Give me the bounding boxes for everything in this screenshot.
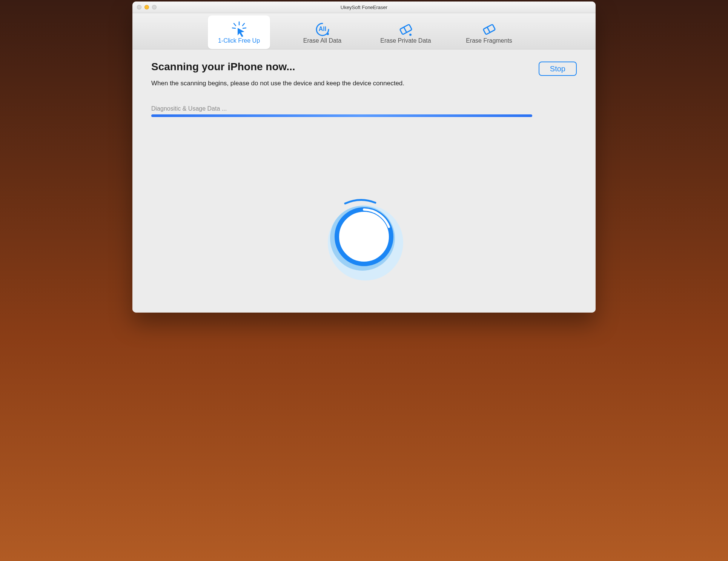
tab-1click-free-up[interactable]: 1-Click Free Up	[208, 15, 270, 49]
titlebar: UkeySoft FoneEraser	[132, 2, 596, 13]
content-area: Scanning your iPhone now... When the sca…	[132, 49, 596, 313]
progress-status-label: Diagnositic & Usage Data ...	[151, 105, 577, 112]
svg-line-2	[243, 23, 244, 26]
scanning-spinner	[319, 193, 409, 284]
svg-rect-10	[483, 24, 495, 34]
svg-text:All: All	[318, 26, 326, 32]
eraser-dot-icon	[397, 21, 415, 38]
close-window-button[interactable]	[137, 5, 141, 9]
tab-label: Erase All Data	[303, 37, 341, 44]
page-title: Scanning your iPhone now...	[151, 61, 404, 73]
svg-line-11	[487, 27, 490, 32]
svg-point-9	[409, 34, 412, 36]
tab-erase-fragments[interactable]: Erase Fragments	[458, 15, 520, 49]
svg-line-8	[404, 27, 407, 32]
app-window: UkeySoft FoneEraser	[132, 2, 596, 313]
eraser-icon	[480, 21, 498, 38]
progress-section: Diagnositic & Usage Data ...	[151, 105, 577, 117]
desktop-background: UkeySoft FoneEraser	[0, 0, 728, 561]
svg-line-3	[232, 28, 235, 28]
svg-line-1	[234, 23, 236, 26]
svg-rect-7	[399, 24, 412, 34]
cursor-spark-icon	[230, 21, 248, 38]
stop-button[interactable]: Stop	[539, 62, 577, 76]
tab-label: Erase Fragments	[466, 37, 512, 44]
tab-label: Erase Private Data	[380, 37, 431, 44]
tab-erase-all-data[interactable]: All Erase All Data	[291, 15, 353, 49]
tab-label: 1-Click Free Up	[218, 37, 260, 44]
zoom-window-button[interactable]	[152, 5, 157, 9]
toolbar: 1-Click Free Up All Erase All Data	[132, 13, 596, 49]
progress-bar	[151, 114, 532, 117]
svg-line-4	[243, 28, 246, 28]
tab-erase-private-data[interactable]: Erase Private Data	[375, 15, 437, 49]
erase-all-icon: All	[313, 21, 332, 38]
window-controls	[137, 5, 157, 9]
svg-point-6	[327, 33, 329, 35]
page-subtitle: When the scanning begins, please do not …	[151, 80, 404, 87]
window-title: UkeySoft FoneEraser	[132, 5, 596, 10]
minimize-window-button[interactable]	[144, 5, 149, 9]
